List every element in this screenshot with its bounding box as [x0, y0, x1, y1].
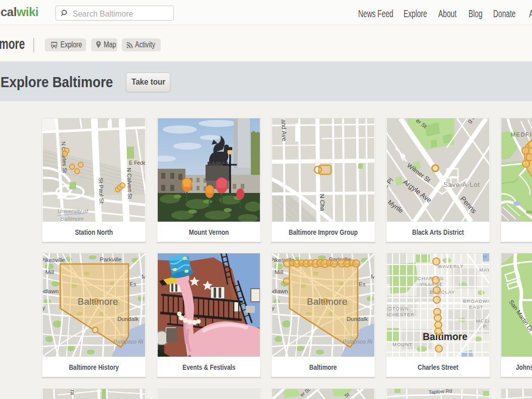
svg-text:N Calvert St: N Calvert St	[126, 168, 133, 200]
svg-text:Patapsco Ri: Patapsco Ri	[343, 339, 373, 345]
svg-text:Dundalk: Dundalk	[117, 316, 139, 322]
svg-text:Patapsco Ri: Patapsco Ri	[113, 339, 144, 345]
svg-text:and Ave: and Ave	[280, 119, 288, 142]
svg-text:St Paul St: St Paul St	[98, 178, 105, 204]
svg-text:WAVERLY: WAVERLY	[438, 263, 464, 269]
svg-text:Baltimore: Baltimore	[78, 296, 118, 307]
svg-text:BROADWA: BROADWA	[463, 298, 489, 304]
svg-text:MOUNT: MOUNT	[392, 342, 413, 347]
svg-text:Dundalk: Dundalk	[347, 316, 368, 322]
svg-text:odlawn: odlawn	[272, 288, 288, 294]
svg-text:Parkville: Parkville	[100, 256, 121, 262]
svg-text:N Cha: N Cha	[318, 194, 326, 212]
svg-text:Save-A-Lot: Save-A-Lot	[443, 181, 480, 188]
svg-text:odlawn: odlawn	[43, 288, 58, 294]
svg-text:CHARLES: CHARLES	[418, 276, 444, 281]
svg-text:M: M	[371, 274, 374, 280]
svg-text:Baltimore: Baltimore	[423, 330, 468, 342]
svg-text:Baltimore: Baltimore	[60, 216, 84, 222]
svg-text:E Fede: E Fede	[129, 160, 145, 166]
svg-text:NDTOWN-: NDTOWN-	[387, 306, 411, 311]
svg-text:Mill: Mill	[45, 269, 54, 275]
svg-text:MAY: MAY	[479, 267, 489, 273]
svg-text:y: y	[43, 305, 45, 311]
svg-text:Es: Es	[129, 281, 137, 287]
svg-text:MCEL: MCEL	[476, 318, 489, 323]
svg-text:Mill: Mill	[275, 269, 283, 275]
svg-text:MEDFI: MEDFI	[511, 131, 532, 138]
svg-text:NCHESTER: NCHESTER	[387, 312, 415, 317]
svg-text:ra: ra	[70, 390, 76, 395]
svg-text:y: y	[272, 305, 275, 311]
svg-text:M: M	[142, 274, 145, 280]
svg-text:Baltimore: Baltimore	[307, 296, 347, 307]
svg-text:H: H	[483, 254, 487, 259]
svg-text:University of: University of	[57, 208, 88, 214]
svg-text:P.: P.	[483, 323, 488, 329]
svg-text:VILLAGE: VILLAGE	[420, 281, 443, 287]
svg-text:Es: Es	[359, 281, 366, 287]
svg-text:EAST: EAST	[469, 304, 484, 310]
svg-text:Pikesville: Pikesville	[43, 257, 65, 263]
